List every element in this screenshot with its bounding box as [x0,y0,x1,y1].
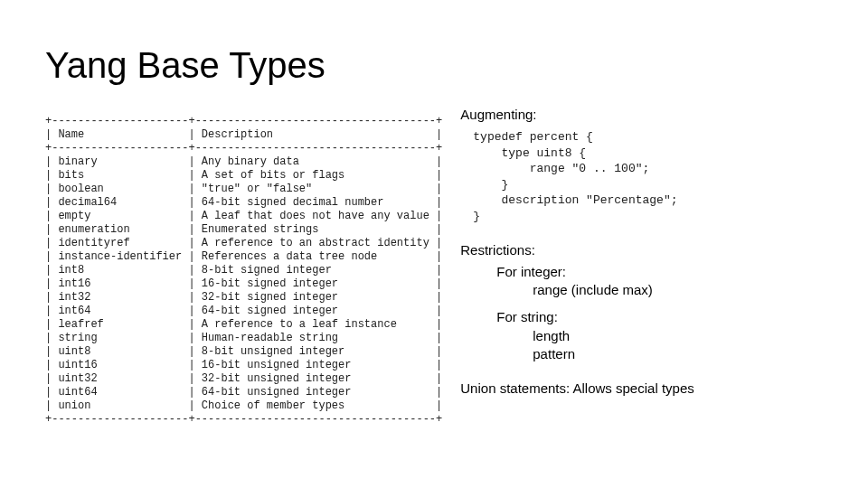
slide-title: Yang Base Types [45,45,823,86]
restrictions-integer-item: range (include max) [460,281,823,299]
union-statement-label: Union statements: Allows special types [460,380,823,398]
restrictions-integer-label: For integer: [460,263,823,281]
restrictions-string-label: For string: [460,308,823,326]
content-row: +---------------------+-----------------… [45,104,823,437]
right-column: Augmenting: typedef percent { type uint8… [460,104,823,401]
augmenting-label: Augmenting: [460,106,823,124]
restrictions-string-item-pattern: pattern [460,345,823,363]
slide: Yang Base Types +---------------------+-… [0,0,868,488]
restrictions-label: Restrictions: [460,241,823,259]
base-types-table: +---------------------+-----------------… [45,115,442,427]
spacer [460,299,823,308]
restrictions-string-item-length: length [460,327,823,345]
augmenting-code: typedef percent { type uint8 { range "0 … [473,129,823,224]
spacer [460,363,823,378]
